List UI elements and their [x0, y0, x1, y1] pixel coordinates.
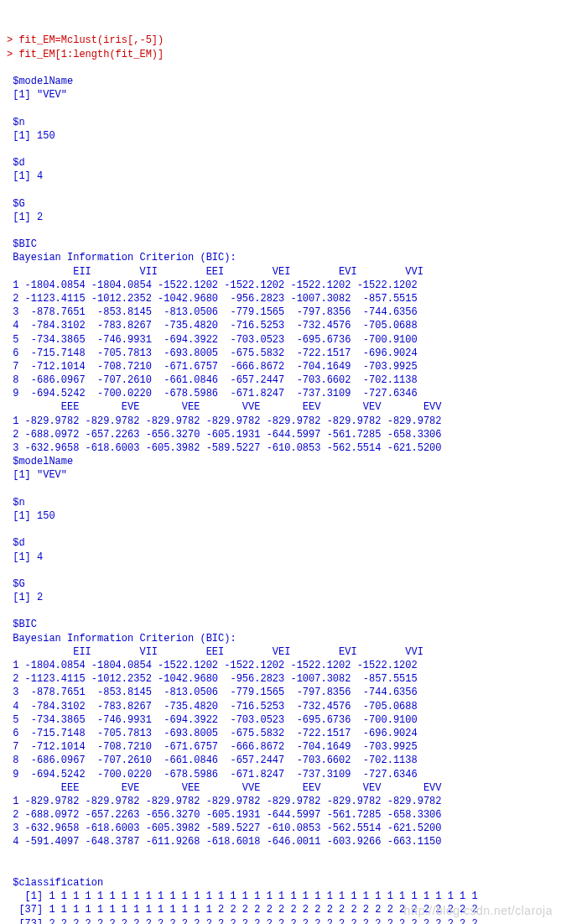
d-header: $d — [7, 537, 25, 549]
bic-row: 1 -829.9782 -829.9782 -829.9782 -829.978… — [7, 796, 441, 807]
modelname-value: [1] "VEV" — [7, 469, 67, 481]
bic-row: 8 -686.0967 -707.2610 -661.0846 -657.244… — [7, 754, 418, 766]
bic-row: 8 -686.0967 -707.2610 -661.0846 -657.244… — [7, 374, 418, 386]
bic-row: 9 -694.5242 -700.0220 -678.5986 -671.824… — [7, 388, 418, 399]
watermark: http://blog.csdn.net/claroja — [404, 903, 553, 919]
bic-row: 3 -878.7651 -853.8145 -813.0506 -779.156… — [7, 306, 418, 318]
d-value: [1] 4 — [7, 551, 43, 563]
bic-row: 4 -784.3102 -783.8267 -735.4820 -716.525… — [7, 701, 418, 713]
g-value: [1] 2 — [7, 592, 43, 603]
modelname-value: [1] "VEV" — [7, 89, 67, 101]
modelname-header: $modelName — [7, 456, 73, 467]
bic-row: 7 -712.1014 -708.7210 -671.6757 -666.867… — [7, 361, 418, 373]
bic-row: 2 -1123.4115 -1012.2352 -1042.9680 -956.… — [7, 673, 418, 685]
bic-row: 6 -715.7148 -705.7813 -693.8005 -675.583… — [7, 347, 418, 359]
bic-row: 3 -632.9658 -618.6003 -605.3982 -589.522… — [7, 442, 441, 454]
bic-colhdr-2: EEE EVE VEE VVE EEV VEV EVV — [7, 782, 441, 794]
g-header: $G — [7, 578, 25, 590]
n-value: [1] 150 — [7, 510, 55, 522]
bic-colhdr-2: EEE EVE VEE VVE EEV VEV EVV — [7, 401, 441, 413]
bic-row: 2 -688.0972 -657.2263 -656.3270 -605.193… — [7, 429, 441, 441]
d-value: [1] 4 — [7, 170, 43, 182]
g-header: $G — [7, 198, 25, 210]
bic-row: 6 -715.7148 -705.7813 -693.8005 -675.583… — [7, 728, 418, 739]
g-value: [1] 2 — [7, 211, 43, 223]
bic-colhdr-1: EII VII EEI VEI EVI VVI — [7, 646, 423, 658]
classification-header: $classification — [7, 877, 103, 889]
bic-row: 1 -1804.0854 -1804.0854 -1522.1202 -1522… — [7, 660, 418, 671]
n-header: $n — [7, 117, 25, 128]
bic-row: 4 -784.3102 -783.8267 -735.4820 -716.525… — [7, 320, 418, 331]
d-header: $d — [7, 157, 25, 169]
bic-row: 3 -632.9658 -618.6003 -605.3982 -589.522… — [7, 822, 441, 834]
bic-colhdr-1: EII VII EEI VEI EVI VVI — [7, 266, 423, 278]
bic-header: $BIC — [7, 619, 37, 630]
command-line-2: > fit_EM[1:length(fit_EM)] — [7, 49, 164, 60]
bic-row: 2 -688.0972 -657.2263 -656.3270 -605.193… — [7, 809, 441, 821]
bic-row: 9 -694.5242 -700.0220 -678.5986 -671.824… — [7, 769, 418, 780]
bic-row: 7 -712.1014 -708.7210 -671.6757 -666.867… — [7, 741, 418, 753]
bic-row: 5 -734.3865 -746.9931 -694.3922 -703.052… — [7, 334, 418, 346]
bic-row: 1 -829.9782 -829.9782 -829.9782 -829.978… — [7, 415, 441, 427]
bic-row: 2 -1123.4115 -1012.2352 -1042.9680 -956.… — [7, 293, 418, 305]
bic-header: $BIC — [7, 238, 37, 250]
bic-row: 1 -1804.0854 -1804.0854 -1522.1202 -1522… — [7, 279, 418, 291]
n-value: [1] 150 — [7, 130, 55, 142]
bic-title: Bayesian Information Criterion (BIC): — [7, 633, 236, 645]
modelname-header: $modelName — [7, 76, 73, 87]
bic-row: 3 -878.7651 -853.8145 -813.0506 -779.156… — [7, 686, 418, 698]
bic-row: 5 -734.3865 -746.9931 -694.3922 -703.052… — [7, 714, 418, 726]
command-line-1: > fit_EM=Mclust(iris[,-5]) — [7, 34, 164, 46]
bic-row: 4 -591.4097 -648.3787 -611.9268 -618.601… — [7, 836, 441, 848]
classification-row: [1] 1 1 1 1 1 1 1 1 1 1 1 1 1 1 1 1 1 1 … — [7, 890, 478, 902]
n-header: $n — [7, 497, 25, 509]
bic-title: Bayesian Information Criterion (BIC): — [7, 252, 236, 264]
